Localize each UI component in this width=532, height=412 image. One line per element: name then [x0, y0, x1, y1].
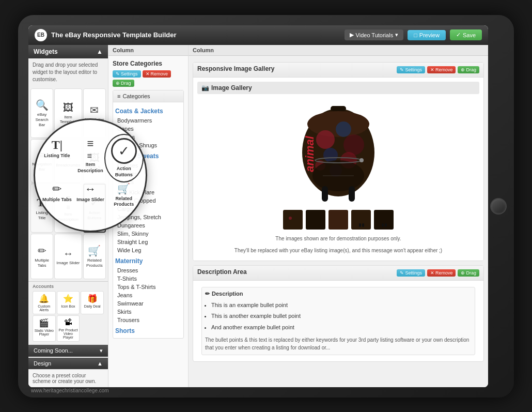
store-categories-actions: ✎ Settings ✕ Remove	[113, 70, 184, 78]
settings-icon: ✎	[116, 71, 120, 77]
video-tutorials-button[interactable]: ▶ Video Tutorials ▾	[345, 29, 404, 40]
coming-soon-section[interactable]: Coming Soon... ▾	[28, 345, 108, 357]
cat-item-slim-skinny[interactable]: Slim, Skinny	[113, 230, 183, 238]
bullet-2: This is another example bullet point	[211, 311, 472, 322]
circle-widget-multiple-tabs[interactable]: ✏ Multiple Tabs	[41, 182, 72, 208]
description-remove-button[interactable]: ✕ Remove	[427, 269, 456, 277]
store-categories-remove-button[interactable]: ✕ Remove	[143, 70, 171, 78]
drag-plus-icon: ⊕	[461, 67, 465, 72]
widget-daily-deal[interactable]: 🎁 Daily Deal	[81, 291, 104, 314]
description-large-icon: ≡≡	[87, 138, 94, 161]
widget-ebay-search[interactable]: 🔍 eBay Search Bar	[30, 88, 53, 139]
store-categories-settings-button[interactable]: ✎ Settings	[113, 70, 141, 78]
list-icon: ≡	[117, 93, 120, 99]
description-body: ✏ Description This is an example bullet …	[193, 281, 483, 361]
image-notice-line2: They'll be replaced with your eBay listi…	[197, 245, 479, 256]
desc-remove-icon: ✕	[430, 270, 434, 276]
accounts-section-label: Accounts	[30, 283, 106, 290]
circle-widget-listing-title[interactable]: T| Listing Title	[41, 138, 72, 178]
widget-custom-alerts[interactable]: 🔔 Custom Alerts	[33, 291, 56, 314]
middle-col-header: Column	[108, 45, 188, 56]
thumbnail-3[interactable]	[328, 210, 348, 230]
image-template-icon: 🖼	[63, 102, 73, 114]
top-bar-right: ▶ Video Tutorials ▾ □ Preview ✓ Save	[345, 29, 482, 40]
description-panel-actions: ✎ Settings ✕ Remove ⊕ Drag	[397, 269, 479, 277]
collapse-icon[interactable]: ▲	[97, 48, 103, 55]
cat-group-shorts: Shorts	[113, 327, 183, 334]
camera-icon: 📷	[201, 84, 209, 91]
svg-point-18	[287, 213, 299, 226]
widget-per-product-video[interactable]: 📽 Per Product Video Player	[57, 315, 80, 342]
svg-point-6	[343, 134, 364, 155]
content-area: Column Responsive Image Gallery ✎ Settin…	[189, 45, 488, 387]
thumbnail-2[interactable]	[306, 210, 325, 230]
app-logo: EB	[35, 29, 47, 41]
store-categories-drag-button[interactable]: ⊕ Drag	[113, 80, 134, 87]
categories-widget-header: ≡ Categories	[113, 90, 183, 102]
sidebar-description: Drag and drop your selected widget to th…	[28, 58, 108, 86]
cat-item-mat-skirts[interactable]: Skirts	[113, 308, 183, 316]
description-section-title: ✏ Description	[205, 291, 472, 297]
per-product-video-icon: 📽	[64, 318, 72, 327]
dropdown-arrow-icon: ▾	[395, 32, 398, 38]
circle-widget-action-buttons-highlighted[interactable]: ✓ Action Buttons	[108, 138, 139, 178]
description-area-panel: Description Area ✎ Settings ✕ Remove	[193, 265, 484, 362]
tablet-home-button[interactable]	[490, 198, 507, 215]
image-gallery-settings-button[interactable]: ✎ Settings	[397, 66, 425, 73]
cat-item-mat-tshirts[interactable]: T-Shirts	[113, 274, 183, 283]
widget-related-products[interactable]: 🛒 Related Products	[83, 234, 106, 279]
widget-icon-box[interactable]: ⭐ Icon Box	[57, 291, 80, 314]
checkmark-circle-icon: ✓	[118, 143, 130, 159]
svg-point-21	[333, 213, 343, 226]
thumbnail-1[interactable]	[283, 210, 303, 230]
svg-point-17	[359, 158, 364, 162]
cat-group-maternity: Maternity	[113, 257, 183, 265]
thumbnail-row	[197, 210, 479, 230]
cat-item-wide-leg[interactable]: Wide Leg	[113, 246, 183, 254]
top-bar-left: EB The eBay Responsive Template Builder	[35, 29, 177, 41]
pencil-icon: ✏	[205, 291, 210, 297]
svg-rect-23	[359, 223, 361, 227]
svg-rect-24	[362, 223, 364, 227]
svg-point-19	[289, 217, 292, 220]
widget-multiple-tabs[interactable]: ✏ Multiple Tabs	[30, 234, 53, 279]
thumbnail-5[interactable]	[374, 210, 394, 230]
image-gallery-title: Responsive Image Gallery	[197, 65, 274, 72]
cat-item-dungarees[interactable]: Dungarees	[113, 221, 183, 230]
design-section[interactable]: Design ▲	[28, 358, 108, 369]
svg-point-4	[316, 130, 335, 149]
circle-widget-image-slider[interactable]: ↔ Image Slider	[75, 182, 106, 208]
image-gallery-drag-button[interactable]: ⊕ Drag	[458, 66, 479, 73]
cat-item-bodywarmers[interactable]: Bodywarmers	[113, 116, 183, 125]
svg-point-7	[323, 148, 338, 162]
drag-icon: ⊕	[116, 81, 120, 86]
action-buttons-circle: ✓	[111, 138, 137, 164]
alerts-icon: 🔔	[39, 294, 49, 303]
description-settings-button[interactable]: ✎ Settings	[397, 269, 425, 277]
cat-item-mat-swimwear[interactable]: Swimwear	[113, 299, 183, 308]
svg-rect-27	[385, 223, 387, 227]
preview-button[interactable]: □ Preview	[408, 30, 446, 40]
circle-widget-item-description[interactable]: ≡≡ Item Description	[75, 138, 106, 178]
description-area-title: Description Area	[197, 268, 247, 276]
cart-icon: 🛒	[88, 245, 101, 257]
slider-large-icon: ↔	[85, 182, 96, 196]
thumbnail-4[interactable]	[351, 210, 371, 230]
remove-x-icon: ✕	[430, 67, 434, 72]
close-icon: ✕	[146, 71, 150, 77]
description-body-text: The bullet points & this text is replace…	[205, 336, 472, 352]
image-gallery-remove-button[interactable]: ✕ Remove	[427, 66, 456, 73]
circle-widget-related-products[interactable]: 🛒 Related Products	[108, 182, 139, 208]
cat-item-mat-trousers[interactable]: Trousers	[113, 316, 183, 324]
tabs-large-icon: ✏	[52, 182, 61, 196]
cat-item-mat-dresses[interactable]: Dresses	[113, 266, 183, 274]
save-button[interactable]: ✓ Save	[450, 29, 482, 40]
description-drag-button[interactable]: ⊕ Drag	[458, 269, 479, 277]
bullet-3: And another example bullet point	[211, 323, 472, 333]
widget-image-slider[interactable]: ↔ Image Slider	[54, 234, 82, 279]
cat-item-mat-jeans[interactable]: Jeans	[113, 291, 183, 299]
cat-item-straight-leg[interactable]: Straight Leg	[113, 238, 183, 246]
cat-item-mat-tops[interactable]: Tops & T-Shirts	[113, 283, 183, 291]
widget-static-video[interactable]: 🎬 Static Video Player	[33, 315, 56, 342]
svg-rect-2	[331, 106, 346, 111]
